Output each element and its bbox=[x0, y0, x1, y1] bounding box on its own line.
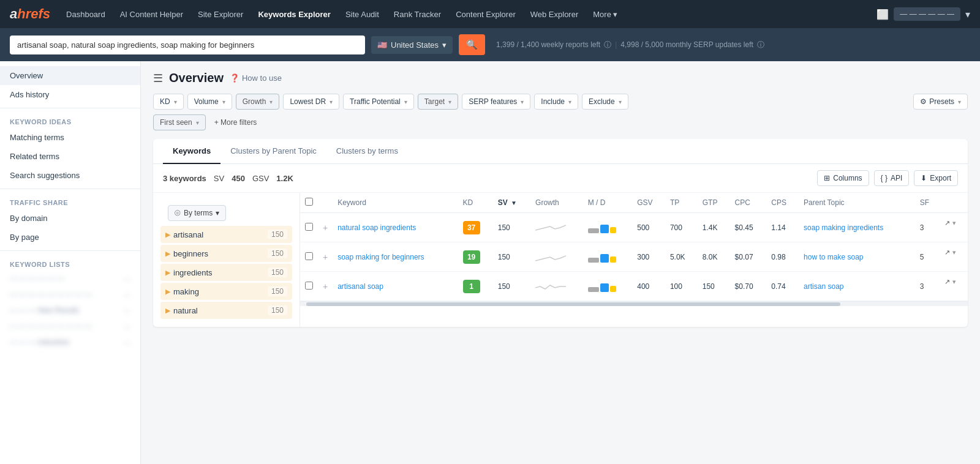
sidebar-item-overview[interactable]: Overview bbox=[0, 66, 140, 85]
table-header: 3 keywords SV 450 GSV 1.2K ⊞ Columns { }… bbox=[153, 164, 968, 193]
term-row-artisanal[interactable]: ▶ artisanal 150 bbox=[160, 226, 292, 243]
col-gsv[interactable]: GSV bbox=[632, 193, 665, 213]
nav-content-explorer[interactable]: Content Explorer bbox=[450, 6, 522, 23]
sidebar-section-keyword-ideas: Keyword ideas bbox=[0, 112, 140, 128]
row-checkbox-0[interactable] bbox=[305, 223, 313, 231]
columns-button[interactable]: ⊞ Columns bbox=[817, 170, 869, 186]
sidebar-item-matching-terms[interactable]: Matching terms bbox=[0, 128, 140, 147]
nav-keywords-explorer[interactable]: Keywords Explorer bbox=[252, 6, 337, 23]
filter-growth[interactable]: Growth ▾ bbox=[236, 94, 280, 110]
keyword-link-0[interactable]: natural soap ingredients bbox=[337, 223, 416, 232]
filter-serp-features[interactable]: SERP features ▾ bbox=[462, 94, 530, 110]
nav-site-audit[interactable]: Site Audit bbox=[339, 6, 385, 23]
nav-site-explorer[interactable]: Site Explorer bbox=[192, 6, 249, 23]
search-input[interactable] bbox=[10, 36, 365, 54]
dropdown-icon-0[interactable]: ▾ bbox=[952, 219, 956, 227]
filter-kd[interactable]: KD ▾ bbox=[153, 94, 184, 110]
info-icon[interactable]: ⓘ bbox=[604, 40, 611, 50]
col-sv[interactable]: SV ▼ bbox=[493, 193, 530, 213]
country-selector[interactable]: 🇺🇸 United States ▾ bbox=[371, 36, 453, 54]
col-tp[interactable]: TP bbox=[665, 193, 698, 213]
col-keyword[interactable]: Keyword bbox=[333, 193, 458, 213]
sidebar-item-by-domain[interactable]: By domain bbox=[0, 209, 140, 228]
tab-clusters-parent[interactable]: Clusters by Parent Topic bbox=[221, 139, 326, 164]
filter-first-seen[interactable]: First seen ▾ bbox=[153, 114, 206, 130]
col-gtp[interactable]: GTP bbox=[698, 193, 730, 213]
nav-rank-tracker[interactable]: Rank Tracker bbox=[388, 6, 447, 23]
window-icon[interactable]: ⬜ bbox=[876, 9, 889, 20]
col-growth[interactable]: Growth bbox=[530, 193, 583, 213]
row-checkbox-2[interactable] bbox=[305, 282, 313, 290]
search-button[interactable]: 🔍 bbox=[459, 34, 485, 55]
info-icon-2[interactable]: ⓘ bbox=[757, 40, 764, 50]
gtp-cell-0: 1.4K bbox=[698, 213, 730, 242]
term-row-ingredients[interactable]: ▶ ingredients 150 bbox=[160, 264, 292, 281]
term-row-natural[interactable]: ▶ natural 150 bbox=[160, 302, 292, 319]
col-kd[interactable]: KD bbox=[458, 193, 493, 213]
nav-web-explorer[interactable]: Web Explorer bbox=[524, 6, 585, 23]
horizontal-scrollbar[interactable] bbox=[300, 301, 968, 306]
chevron-down-icon: ▾ bbox=[442, 40, 447, 50]
keyword-link-1[interactable]: soap making for beginners bbox=[337, 253, 424, 261]
dropdown-icon-1[interactable]: ▾ bbox=[952, 249, 956, 256]
sidebar-item-search-suggestions[interactable]: Search suggestions bbox=[0, 166, 140, 185]
user-menu[interactable]: — — — — — — bbox=[894, 7, 960, 21]
nav-ai-content-helper[interactable]: AI Content Helper bbox=[114, 6, 189, 23]
filter-exclude[interactable]: Exclude ▾ bbox=[582, 94, 628, 110]
filter-lowest-dr[interactable]: Lowest DR ▾ bbox=[283, 94, 339, 110]
select-all-checkbox[interactable] bbox=[305, 198, 313, 206]
chart-icon-2[interactable]: ↗ bbox=[944, 278, 950, 286]
search-stats: 1,399 / 1,400 weekly reports left ⓘ | 4,… bbox=[496, 40, 764, 50]
row-checkbox-1[interactable] bbox=[305, 252, 313, 260]
api-button[interactable]: { } API bbox=[874, 170, 910, 186]
tab-clusters-terms[interactable]: Clusters by terms bbox=[326, 139, 408, 164]
filter-target[interactable]: Target ▾ bbox=[418, 94, 458, 110]
nav-more-dropdown[interactable]: More ▾ bbox=[587, 6, 624, 23]
tab-keywords[interactable]: Keywords bbox=[163, 139, 221, 164]
add-keyword-icon-2[interactable]: + bbox=[323, 282, 328, 291]
add-keyword-icon-1[interactable]: + bbox=[323, 252, 328, 262]
dropdown-icon-2[interactable]: ▾ bbox=[952, 278, 956, 286]
sidebar-item-ads-history[interactable]: Ads history bbox=[0, 85, 140, 104]
table-row: + natural soap ingredients 37 150 bbox=[300, 213, 968, 242]
sidebar-list-item-5[interactable]: — — — industries — bbox=[0, 334, 140, 350]
keyword-table: Keyword KD SV ▼ Growth M / D GSV TP bbox=[300, 193, 968, 327]
col-md[interactable]: M / D bbox=[583, 193, 632, 213]
arrow-icon: ▶ bbox=[165, 288, 170, 296]
chevron-down-icon[interactable]: ▾ bbox=[965, 9, 970, 20]
col-sf[interactable]: SF bbox=[915, 193, 940, 213]
col-cpc[interactable]: CPC bbox=[730, 193, 767, 213]
sidebar-item-by-page[interactable]: By page bbox=[0, 228, 140, 247]
menu-icon[interactable]: ☰ bbox=[153, 72, 163, 85]
term-row-making[interactable]: ▶ making 150 bbox=[160, 283, 292, 300]
sidebar-list-item-1[interactable]: — — — — — — — bbox=[0, 271, 140, 286]
sidebar-list-item-2[interactable]: — — — — — — — — — — bbox=[0, 286, 140, 302]
term-row-beginners[interactable]: ▶ beginners 150 bbox=[160, 245, 292, 262]
parent-topic-link-2[interactable]: artisan soap bbox=[804, 282, 843, 291]
logo[interactable]: ahrefs bbox=[10, 6, 50, 22]
kd-badge-2: 1 bbox=[463, 280, 480, 293]
export-button[interactable]: ⬇ Export bbox=[914, 170, 958, 186]
parent-topic-link-0[interactable]: soap making ingredients bbox=[804, 223, 883, 232]
filter-traffic-potential[interactable]: Traffic Potential ▾ bbox=[343, 94, 414, 110]
sidebar-item-related-terms[interactable]: Related terms bbox=[0, 147, 140, 166]
filter-include[interactable]: Include ▾ bbox=[534, 94, 578, 110]
keyword-link-2[interactable]: artisanal soap bbox=[337, 282, 383, 291]
chart-icon-1[interactable]: ↗ bbox=[944, 249, 950, 256]
sidebar-section-keyword-lists: Keyword lists bbox=[0, 255, 140, 271]
filter-presets[interactable]: ⚙ Presets ▾ bbox=[913, 94, 968, 110]
chart-icon-0[interactable]: ↗ bbox=[944, 219, 950, 227]
add-keyword-icon-0[interactable]: + bbox=[323, 223, 328, 233]
sf-value-0: 3 bbox=[920, 223, 924, 232]
terms-list: ▶ artisanal 150 ▶ beginners 150 bbox=[160, 226, 292, 319]
parent-topic-link-1[interactable]: how to make soap bbox=[804, 253, 863, 261]
col-cps[interactable]: CPS bbox=[766, 193, 799, 213]
sidebar-list-item-3[interactable]: — — — New Results — bbox=[0, 302, 140, 318]
how-to-use-link[interactable]: ❓ How to use bbox=[230, 73, 282, 83]
col-parent-topic[interactable]: Parent Topic bbox=[799, 193, 915, 213]
sidebar-list-item-4[interactable]: — — — — — — — — — — bbox=[0, 318, 140, 334]
more-filters-button[interactable]: + More filters bbox=[209, 114, 262, 130]
nav-dashboard[interactable]: Dashboard bbox=[60, 6, 111, 23]
by-terms-button[interactable]: ⦾ By terms ▾ bbox=[168, 205, 226, 221]
filter-volume[interactable]: Volume ▾ bbox=[187, 94, 232, 110]
